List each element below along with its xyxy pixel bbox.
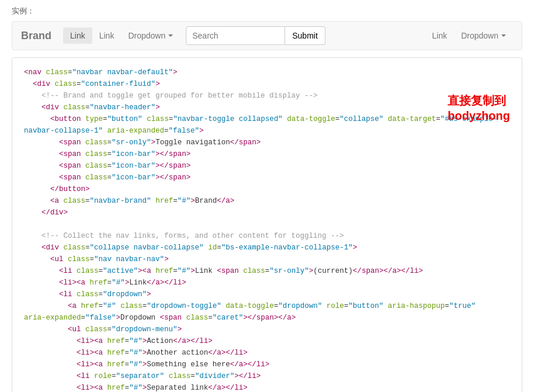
code-block: 直接复制到 bodyzhong <nav class="navbar navba…	[12, 57, 522, 392]
code-line-23: <ul class="dropdown-menu">	[24, 324, 510, 335]
code-line-1: <nav class="navbar navbar-default">	[24, 67, 510, 78]
code-line-2: <div class="container-fluid">	[24, 78, 510, 90]
nav-dropdown-right[interactable]: Dropdown	[454, 27, 513, 44]
search-form: Submit	[186, 26, 325, 45]
caret-icon-1	[168, 34, 173, 37]
dropdown-label-right: Dropdown	[461, 31, 498, 40]
code-line-25: <li><a href="#">Another action</a></li>	[24, 347, 510, 359]
code-line-18: <li class="active"><a href="#">Link <spa…	[24, 265, 510, 277]
code-line-10: <span class="icon-bar"></span>	[24, 172, 510, 183]
code-line-26: <li><a href="#">Something else here</a><…	[24, 359, 510, 370]
nav-link-right-1[interactable]: Link	[425, 27, 454, 44]
code-line-14	[24, 218, 510, 230]
code-line-19: <li><a href="#">Link</a></li>	[24, 277, 510, 289]
code-line-27: <li role="separator" class="divider"></l…	[24, 370, 510, 382]
code-line-7: <span class="sr-only">Toggle navigation<…	[24, 137, 510, 148]
code-line-16: <div class="collapse navbar-collapse" id…	[24, 242, 510, 254]
code-line-21: <a href="#" class="dropdown-toggle" data…	[24, 300, 510, 312]
code-line-6: navbar-collapse-1" aria-expanded="false"…	[24, 125, 510, 137]
caret-icon-right	[501, 34, 506, 37]
nav-link-link-2[interactable]: Link	[92, 27, 122, 44]
code-line-8: <span class="icon-bar"></span>	[24, 148, 510, 160]
code-section: 直接复制到 bodyzhong <nav class="navbar navba…	[12, 57, 522, 392]
page-container: 实例： Brand Link Link Dropdown Submit Link…	[0, 0, 534, 392]
code-line-5: <button type="button" class="navbar-togg…	[24, 113, 510, 125]
code-line-3: <!-- Brand and toggle get grouped for be…	[24, 90, 510, 102]
submit-button[interactable]: Submit	[285, 26, 325, 45]
code-line-11: </button>	[24, 183, 510, 195]
code-line-24: <li><a href="#">Action</a></li>	[24, 335, 510, 347]
navbar-right: Link Dropdown	[425, 27, 513, 44]
nav-dropdown-1[interactable]: Dropdown	[121, 27, 180, 44]
dropdown-label-1: Dropdown	[128, 31, 165, 40]
code-line-17: <ul class="nav navbar-nav">	[24, 254, 510, 265]
code-line-4: <div class="navbar-header">	[24, 102, 510, 113]
navbar-brand[interactable]: Brand	[21, 30, 60, 42]
code-line-28: <li><a href="#">Separated link</a></li>	[24, 382, 510, 392]
search-input[interactable]	[186, 26, 285, 45]
code-line-22: aria-expanded="false">Dropdown <span cla…	[24, 312, 510, 324]
navbar-preview: Brand Link Link Dropdown Submit Link Dro…	[12, 21, 522, 50]
code-line-20: <li class="dropdown">	[24, 289, 510, 300]
nav-link-link-1[interactable]: Link	[63, 27, 92, 44]
example-label: 实例：	[12, 6, 522, 16]
code-line-15: <!-- Collect the nav links, forms, and o…	[24, 230, 510, 242]
code-line-13: </div>	[24, 207, 510, 218]
code-line-9: <span class="icon-bar"></span>	[24, 160, 510, 172]
code-line-12: <a class="navbar-brand" href="#">Brand</…	[24, 195, 510, 207]
